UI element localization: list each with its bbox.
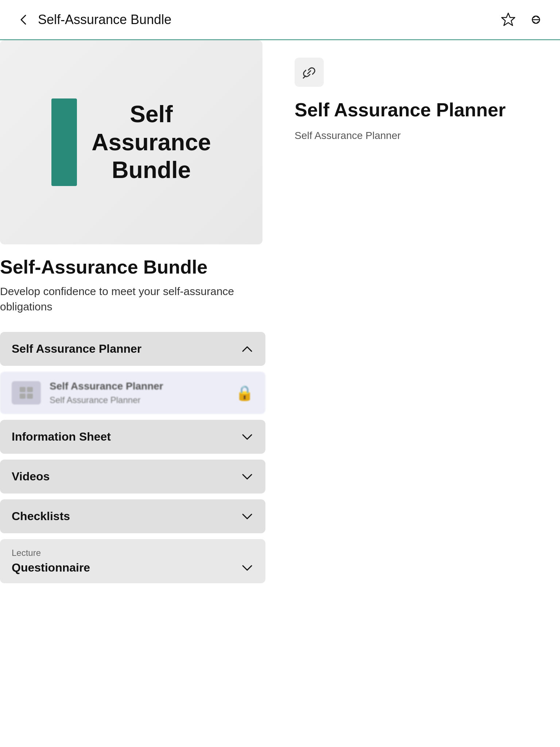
accordion-title-info: Information Sheet	[12, 430, 111, 444]
locked-text: Self Assurance Planner Self Assurance Pl…	[50, 380, 227, 405]
chevron-down-icon-videos	[241, 470, 254, 483]
thumb-grid-icon	[19, 386, 34, 399]
back-button[interactable]	[15, 11, 32, 28]
lecture-label: Lecture	[0, 539, 265, 558]
chevron-down-icon-info	[241, 430, 254, 444]
header-left: Self-Assurance Bundle	[15, 11, 171, 28]
locked-title: Self Assurance Planner	[50, 380, 227, 392]
teal-bar	[51, 98, 77, 186]
locked-planner-item: Self Assurance Planner Self Assurance Pl…	[0, 372, 265, 414]
hero-image-inner: SelfAssuranceBundle	[51, 98, 211, 186]
favorite-button[interactable]	[499, 10, 518, 29]
accordion: Self Assurance Planner	[0, 332, 265, 583]
accordion-item-questionnaire: Lecture Questionnaire	[0, 539, 265, 583]
accordion-item-planner: Self Assurance Planner	[0, 332, 265, 366]
svg-rect-5	[20, 394, 26, 399]
accordion-header-info[interactable]: Information Sheet	[0, 420, 265, 454]
main-content: SelfAssuranceBundle Self-Assurance Bundl…	[0, 40, 560, 598]
svg-marker-0	[502, 13, 515, 26]
svg-rect-4	[27, 387, 33, 392]
locked-sub: Self Assurance Planner	[50, 395, 227, 405]
chevron-down-icon-questionnaire	[241, 561, 254, 574]
bundle-desc: Develop confidence to meet your self-ass…	[0, 284, 265, 314]
bundle-title: Self-Assurance Bundle	[0, 256, 265, 278]
accordion-title-videos: Videos	[12, 470, 50, 483]
star-icon	[500, 12, 516, 28]
hero-bundle-text: SelfAssuranceBundle	[92, 100, 211, 184]
accordion-item-info: Information Sheet	[0, 420, 265, 454]
link-icon	[300, 63, 318, 81]
hero-image: SelfAssuranceBundle	[0, 40, 262, 244]
right-title: Self Assurance Planner	[295, 98, 545, 121]
accordion-title-checklists: Checklists	[12, 510, 70, 523]
back-icon	[18, 14, 29, 26]
accordion-header-checklists[interactable]: Checklists	[0, 499, 265, 533]
share-icon	[528, 12, 544, 28]
locked-thumb	[12, 381, 41, 405]
lock-icon: 🔒	[236, 384, 254, 402]
accordion-header-videos[interactable]: Videos	[0, 460, 265, 494]
accordion-title-questionnaire: Questionnaire	[12, 561, 90, 574]
header: Self-Assurance Bundle	[0, 0, 560, 40]
svg-rect-6	[27, 394, 33, 399]
accordion-header-planner[interactable]: Self Assurance Planner	[0, 332, 265, 366]
accordion-header-questionnaire[interactable]: Questionnaire	[0, 558, 265, 583]
right-sub: Self Assurance Planner	[295, 130, 545, 142]
header-title: Self-Assurance Bundle	[38, 12, 171, 27]
share-button[interactable]	[526, 10, 545, 29]
link-icon-box	[295, 58, 324, 87]
right-column: Self Assurance Planner Self Assurance Pl…	[280, 40, 560, 598]
chevron-up-icon	[241, 342, 254, 356]
svg-rect-3	[20, 387, 26, 392]
accordion-item-checklists: Checklists	[0, 499, 265, 533]
accordion-item-videos: Videos	[0, 460, 265, 494]
left-column: SelfAssuranceBundle Self-Assurance Bundl…	[0, 40, 280, 598]
header-right	[499, 10, 545, 29]
chevron-down-icon-checklists	[241, 510, 254, 523]
accordion-title-planner: Self Assurance Planner	[12, 342, 141, 356]
